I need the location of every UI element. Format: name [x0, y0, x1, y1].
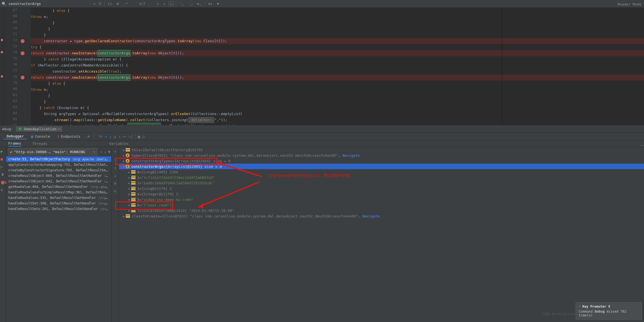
- resume-icon[interactable]: ▷: [1, 165, 5, 169]
- variables-panel[interactable]: this = {DefaultObjectFactory@10379}ptype…: [119, 147, 644, 322]
- run-config-tab[interactable]: 🪲 DemoApplication ×: [16, 126, 62, 132]
- bug-icon: 🪲: [18, 127, 22, 131]
- copy-icon[interactable]: ⎘: [114, 181, 116, 186]
- find-bar: 🔍 × ⎘ Cc W .* 5/7 ↑ ↓ ▭ ⁺⎵ ⁻⎵ ≡⎵ ≡↕ ▼: [0, 0, 644, 8]
- link-icon[interactable]: ⎋: [114, 189, 116, 193]
- stack-frame[interactable]: create:53, DefaultObjectFactory (org.apa…: [6, 156, 111, 162]
- variable-row[interactable]: classToCreate = {Class@7032} "class com.…: [119, 213, 644, 219]
- stack-frame[interactable]: createByConstructorSignature:703, Defaul…: [6, 167, 111, 173]
- clear-search-icon[interactable]: ×: [93, 2, 96, 6]
- match-count: 5/7: [139, 2, 145, 6]
- frames-tab[interactable]: Frames: [8, 141, 21, 147]
- frames-panel: ✔ "http-nio-38080-… "main": RUNNING ▾ ↑ …: [6, 147, 111, 322]
- filter-icon[interactable]: ▼: [216, 2, 220, 6]
- stack-frame[interactable]: createResultObject:642, DefaultResultSet…: [6, 179, 111, 184]
- variable-row[interactable]: 5 = "yudao-sso-demo-by-code": [119, 197, 644, 202]
- debug-toolwindow: ebug: 🪲 DemoApplication × Debugger ▤Cons…: [0, 125, 644, 322]
- next-frame-icon[interactable]: ↓: [104, 150, 106, 154]
- evaluate-icon[interactable]: ▦: [138, 134, 140, 139]
- stack-frame[interactable]: handleResultSets:201, DefaultResultSetHa…: [6, 206, 111, 212]
- down-icon[interactable]: ↓: [114, 174, 116, 178]
- rerun-icon[interactable]: ▶: [1, 149, 5, 154]
- trace-icon[interactable]: ▦: [142, 134, 144, 139]
- threads-tab[interactable]: Threads: [32, 142, 47, 146]
- threads-view-icon[interactable]: ≡: [85, 134, 93, 139]
- stack-frame[interactable]: handleRowValues:335, DefaultResultSetHan…: [6, 195, 111, 201]
- tab-debugger[interactable]: Debugger: [4, 134, 27, 139]
- find-input[interactable]: [9, 2, 91, 6]
- variable-row[interactable]: 2 = "bad6c268e9fd49c2ad34bd1761d5dcdc": [119, 180, 644, 186]
- words-button[interactable]: W: [115, 2, 120, 6]
- regex-button[interactable]: .*: [122, 2, 129, 6]
- annotation-text: argTypes该字段类型是List，所以类型不匹配: [269, 173, 351, 178]
- step-out-icon[interactable]: ↑: [118, 134, 121, 139]
- variable-row[interactable]: ptype = {Class@7032} "class com.carsonli…: [119, 153, 644, 158]
- variable-row[interactable]: 7 = {LocalDateTime@12414} "2024-01-08T15…: [119, 208, 644, 213]
- code-area[interactable]: } else { throw e; } } } constructor = ty…: [31, 8, 644, 125]
- line-number-gutter[interactable]: 6768697071727374757677787980818283848586: [4, 8, 20, 125]
- select-all-occur-icon[interactable]: ≡⎵: [196, 2, 203, 6]
- bolt-icon: ⚡: [579, 305, 581, 308]
- prev-match-icon[interactable]: ↑: [156, 2, 160, 6]
- drop-frame-icon[interactable]: ⤺: [123, 134, 126, 139]
- up-icon[interactable]: ↑: [114, 166, 116, 170]
- show-execution-icon[interactable]: ⟳: [99, 134, 103, 139]
- variable-row[interactable]: 0 = {Long@12409} 2366: [119, 169, 644, 175]
- filter-lines-icon[interactable]: ≡↕: [207, 2, 214, 6]
- search-icon: 🔍: [2, 2, 6, 6]
- stack-frame[interactable]: handleResultSet:308, DefaultResultSetHan…: [6, 201, 111, 206]
- thread-selector[interactable]: ✔ "http-nio-38080-… "main": RUNNING ▾: [8, 148, 97, 155]
- next-match-icon[interactable]: ↓: [162, 2, 166, 6]
- stack-frame[interactable]: applyConstructorAutomapping:751, Default…: [6, 162, 111, 167]
- debug-label: ebug:: [2, 127, 13, 131]
- endpoints-icon: ↯: [57, 134, 59, 139]
- editor: 6768697071727374757677787980818283848586…: [0, 8, 644, 125]
- variable-row[interactable]: 4 = {Integer@12179} 2: [119, 191, 644, 197]
- variable-row[interactable]: 3 = {Long@12178} 1: [119, 186, 644, 191]
- step-into-icon[interactable]: ↓: [109, 134, 112, 139]
- stack-frame[interactable]: createResultObject:669, DefaultResultSet…: [6, 173, 111, 179]
- debug-tabs: Debugger ▤Console ↯Endpoints ≡ ⟳ ↷ ↓ ⇊ ↑…: [0, 133, 644, 140]
- run-config-name: DemoApplication: [24, 127, 56, 131]
- variable-row[interactable]: pconstructorArgTypes = {ArrayList@12404}…: [119, 158, 644, 164]
- frames-list[interactable]: create:53, DefaultObjectFactory (org.apa…: [6, 156, 111, 322]
- remove-watch-icon[interactable]: －: [113, 158, 117, 163]
- stack-frame[interactable]: getRowValue:404, DefaultResultSetHandler…: [6, 184, 111, 190]
- match-case-button[interactable]: Cc: [107, 2, 114, 6]
- frame-filter-icon[interactable]: ▼: [108, 150, 110, 154]
- notification[interactable]: ⚡Key Promoter X Command Debug missed 782…: [576, 302, 642, 320]
- pause-icon[interactable]: ⏸: [1, 172, 5, 177]
- fold-gutter[interactable]: [26, 8, 31, 125]
- mute-breakpoints-icon[interactable]: ⊘: [1, 188, 5, 192]
- variable-row[interactable]: 1 = "5cf142e722e54721bec12a9f2ab8632d": [119, 175, 644, 180]
- stop-icon[interactable]: ■: [1, 157, 5, 161]
- variable-row[interactable]: this = {DefaultObjectFactory@10379}: [119, 147, 644, 153]
- add-watch-icon[interactable]: ＋: [113, 149, 117, 154]
- view-breakpoints-icon[interactable]: ⬤⬤: [1, 180, 5, 185]
- step-over-icon[interactable]: ↷: [105, 134, 107, 139]
- stack-frame[interactable]: handleRowValuesForSimpleResultMap:361, D…: [6, 190, 111, 195]
- pin-icon[interactable]: ⎘: [98, 2, 102, 6]
- editor-split-line: [502, 8, 502, 124]
- reader-mode-label[interactable]: Reader Mode: [618, 2, 641, 6]
- variables-label: Variables: [109, 142, 128, 146]
- notif-title: Key Promoter X: [582, 305, 610, 308]
- thread-name: "http-nio-38080-… "main": RUNNING: [14, 150, 85, 154]
- add-selection-icon[interactable]: ⁺⎵: [178, 2, 185, 6]
- hide-panel-icon[interactable]: —: [641, 143, 643, 147]
- thread-status-icon: ✔: [10, 150, 12, 154]
- breakpoint-gutter[interactable]: [20, 8, 26, 125]
- stepping-toolbar: ⟳ ↷ ↓ ⇊ ↑ ⤺ →| ▦ ▦: [99, 134, 144, 139]
- close-tab-icon[interactable]: ×: [58, 127, 60, 131]
- force-step-into-icon[interactable]: ⇊: [114, 134, 116, 139]
- variable-row[interactable]: 6 = "["user.read"]": [119, 202, 644, 208]
- vars-toolbar: ＋ － ↑ ↓ ⎘ ⎋: [111, 147, 119, 322]
- prev-frame-icon[interactable]: ↑: [101, 150, 103, 154]
- tab-endpoints[interactable]: ↯Endpoints: [54, 134, 83, 139]
- remove-selection-icon[interactable]: ⁻⎵: [187, 2, 194, 6]
- run-to-cursor-icon[interactable]: →|: [128, 134, 133, 139]
- chevron-down-icon: ▾: [93, 150, 95, 154]
- variable-row[interactable]: pconstructorArgs = {ArrayList@12405} siz…: [119, 164, 644, 169]
- tab-console[interactable]: ▤Console: [28, 134, 53, 139]
- select-all-button[interactable]: ▭: [169, 1, 174, 6]
